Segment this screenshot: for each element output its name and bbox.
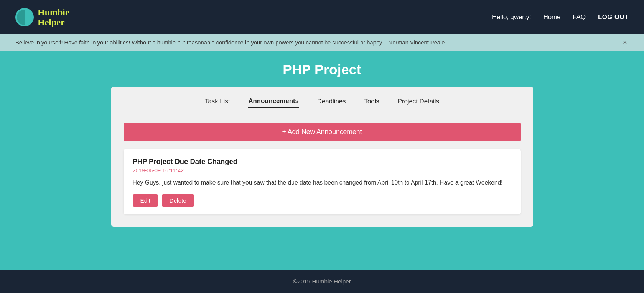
main-content: PHP Project Task List Announcements Dead…: [0, 51, 644, 270]
announcement-title: PHP Project Due Date Changed: [133, 157, 512, 166]
tab-tools[interactable]: Tools: [364, 97, 379, 108]
logo-line2: Helper: [38, 17, 69, 27]
add-announcement-button[interactable]: + Add New Announcement: [124, 123, 521, 141]
logo-icon: [15, 8, 34, 26]
tab-project-details[interactable]: Project Details: [398, 97, 439, 108]
logo: Humbie Helper: [15, 7, 69, 28]
nav-links: Hello, qwerty! Home FAQ LOG OUT: [492, 13, 629, 21]
main-card: Task List Announcements Deadlines Tools …: [111, 87, 533, 227]
footer: ©2019 Humbie Helper: [0, 270, 644, 293]
banner-close-button[interactable]: ×: [621, 38, 629, 47]
faq-link[interactable]: FAQ: [573, 13, 586, 21]
page-title: PHP Project: [283, 62, 361, 77]
logo-text: Humbie Helper: [38, 7, 69, 28]
delete-announcement-button[interactable]: Delete: [162, 194, 194, 207]
footer-text: ©2019 Humbie Helper: [293, 278, 351, 285]
logo-line1: Humbie: [38, 7, 69, 17]
navbar: Humbie Helper Hello, qwerty! Home FAQ LO…: [0, 0, 644, 34]
tab-divider: [124, 113, 521, 113]
tab-announcements[interactable]: Announcements: [248, 97, 298, 108]
announcement-date: 2019-06-09 16:11:42: [133, 167, 512, 174]
announcement-card: PHP Project Due Date Changed 2019-06-09 …: [124, 149, 521, 214]
banner-message: Believe in yourself! Have faith in your …: [15, 39, 445, 46]
announcement-banner: Believe in yourself! Have faith in your …: [0, 34, 644, 51]
announcement-body: Hey Guys, just wanted to make sure that …: [133, 178, 512, 187]
greeting-text: Hello, qwerty!: [492, 13, 531, 21]
edit-announcement-button[interactable]: Edit: [133, 194, 158, 207]
announcement-actions: Edit Delete: [133, 194, 512, 207]
tab-deadlines[interactable]: Deadlines: [317, 97, 346, 108]
tab-bar: Task List Announcements Deadlines Tools …: [124, 97, 521, 113]
logout-link[interactable]: LOG OUT: [598, 13, 629, 21]
tab-task-list[interactable]: Task List: [205, 97, 230, 108]
home-link[interactable]: Home: [544, 13, 561, 21]
